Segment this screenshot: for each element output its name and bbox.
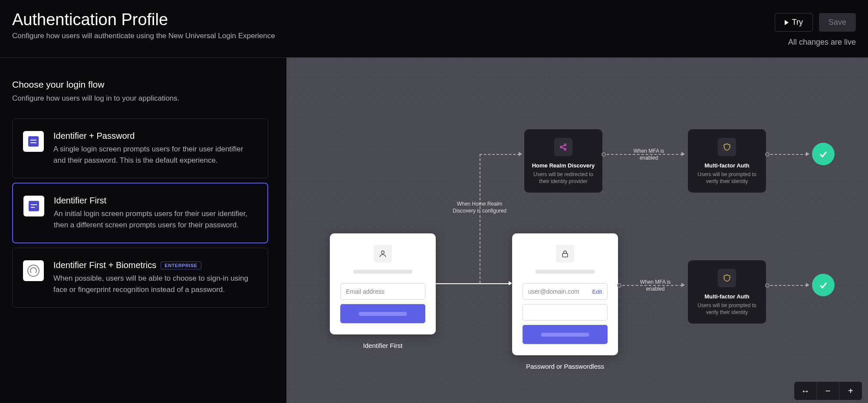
port <box>765 152 769 157</box>
skeleton-title <box>353 270 412 274</box>
page-subtitle: Configure how users will authenticate us… <box>12 32 275 40</box>
option-desc: A single login screen prompts users for … <box>53 144 257 166</box>
option-identifier-biometrics[interactable]: Identifier First + Biometrics ENTERPRISE… <box>12 248 268 308</box>
svg-line-5 <box>562 145 565 147</box>
connector <box>622 285 682 286</box>
enterprise-badge: ENTERPRISE <box>161 262 201 269</box>
arrow-head-icon <box>806 283 809 287</box>
flow-canvas[interactable]: Email address Identifier First user@doma… <box>286 58 868 403</box>
password-field <box>523 304 608 321</box>
sidebar-heading: Choose your login flow <box>12 79 274 90</box>
arrow-head-icon <box>519 152 522 156</box>
submit-button-skeleton <box>340 304 425 323</box>
zoom-in-button[interactable]: + <box>839 382 862 400</box>
node-mfa-bottom[interactable]: Multi-factor Auth Users will be prompted… <box>688 260 766 324</box>
header-title-block: Authentication Profile Configure how use… <box>12 10 275 40</box>
flow-card-identifier[interactable]: Email address Identifier First <box>330 233 436 334</box>
end-node-bottom[interactable] <box>812 274 835 296</box>
main-content: Choose your login flow Configure how use… <box>0 58 868 403</box>
skeleton-title <box>536 270 595 274</box>
port <box>617 283 621 288</box>
option-title: Identifier First <box>54 196 257 206</box>
connector <box>770 285 807 286</box>
svg-rect-1 <box>562 253 568 257</box>
page-header: Authentication Profile Configure how use… <box>0 0 868 58</box>
page-title: Authentication Profile <box>12 10 275 29</box>
sidebar-panel: Choose your login flow Configure how use… <box>0 58 286 403</box>
node-home-realm-discovery[interactable]: Home Realm Discovery Users will be redir… <box>524 129 602 193</box>
option-desc: When possible, users will be able to cho… <box>53 273 257 295</box>
svg-line-6 <box>562 147 565 149</box>
save-button[interactable]: Save <box>819 13 856 32</box>
arrow-head-icon <box>681 283 685 287</box>
node-title: Home Realm Discovery <box>530 162 596 169</box>
node-desc: Users will be prompted to verify their i… <box>694 302 760 316</box>
canvas-controls: ↔ − + <box>794 382 862 400</box>
submit-button-skeleton <box>523 325 608 344</box>
arrow-head-icon <box>806 152 809 156</box>
try-button[interactable]: Try <box>775 13 813 32</box>
edit-link[interactable]: Edit <box>592 288 602 295</box>
status-text: All changes are live <box>788 38 856 47</box>
port <box>602 152 606 157</box>
sidebar-subheading: Configure how users will log in to your … <box>12 94 274 103</box>
email-field: Email address <box>340 283 425 300</box>
credential-icon <box>23 131 44 152</box>
connector <box>436 283 510 284</box>
share-icon <box>554 138 572 156</box>
try-button-label: Try <box>792 18 803 27</box>
email-display-field: user@domain.com Edit <box>523 283 608 300</box>
fingerprint-icon <box>23 260 44 281</box>
svg-point-0 <box>381 251 385 254</box>
flow-card-label: Password or Passwordless <box>512 363 618 370</box>
credential-icon <box>23 196 44 216</box>
node-desc: Users will be redirected to their identi… <box>530 171 596 185</box>
node-title: Multi-factor Auth <box>694 293 760 300</box>
shield-icon <box>718 138 736 156</box>
zoom-out-button[interactable]: − <box>817 382 839 400</box>
node-title: Multi-factor Auth <box>694 162 760 169</box>
option-identifier-password[interactable]: Identifier + Password A single login scr… <box>12 118 268 178</box>
arrow-head-icon <box>509 281 512 285</box>
port <box>765 283 769 288</box>
option-identifier-first[interactable]: Identifier First An initial login screen… <box>12 183 268 243</box>
lock-icon <box>556 245 574 263</box>
connector <box>607 154 683 155</box>
header-actions: Try Save All changes are live <box>775 13 856 47</box>
connector <box>480 154 480 283</box>
option-title: Identifier + Password <box>53 131 257 141</box>
end-node-top[interactable] <box>812 143 835 165</box>
user-icon <box>374 245 392 263</box>
connector <box>480 154 520 155</box>
node-desc: Users will be prompted to verify their i… <box>694 171 760 185</box>
option-title: Identifier First + Biometrics <box>53 260 156 270</box>
arrow-head-icon <box>681 152 685 156</box>
fit-width-button[interactable]: ↔ <box>794 382 817 400</box>
option-desc: An initial login screen prompts users fo… <box>54 208 257 230</box>
shield-icon <box>718 269 736 287</box>
connector <box>770 154 807 155</box>
play-icon <box>785 20 789 25</box>
save-button-label: Save <box>829 18 846 27</box>
node-mfa-top[interactable]: Multi-factor Auth Users will be prompted… <box>688 129 766 193</box>
flow-card-password[interactable]: user@domain.com Edit Password or Passwor… <box>512 233 618 355</box>
flow-card-label: Identifier First <box>330 342 436 349</box>
